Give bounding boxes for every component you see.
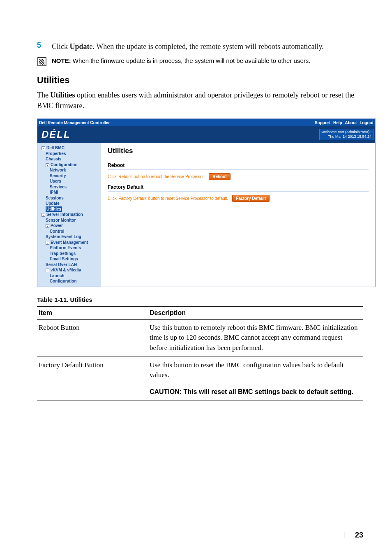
nav-trap-settings[interactable]: Trap Settings [39,251,99,257]
step-text-a: Click [52,42,70,51]
reboot-button[interactable]: Reboot [209,173,230,180]
page-number: 23 [344,531,363,540]
embedded-screenshot: Dell Remote Management Controller Suppor… [37,118,376,287]
step-number: 5 [37,41,44,52]
nav-vkvm[interactable]: -vKVM & vMedia [39,267,99,273]
nav-configuration[interactable]: -Configuration [39,162,99,168]
reboot-row: Click 'Reboot' button to reboot the Serv… [108,173,369,180]
nav-launch[interactable]: Launch [39,273,99,279]
nav-security[interactable]: Security [39,173,99,179]
nav-platform-events[interactable]: Platform Events [39,245,99,251]
nav-utilities-selected: Utilities [46,206,62,212]
table-header-row: Item Description [37,306,363,319]
para-b: option enables users with administrator … [37,91,354,110]
note-icon [37,57,47,67]
nav-sessions[interactable]: Sessions [39,195,99,201]
nav-power-label: Power [51,223,63,228]
nav-update[interactable]: Update [39,201,99,206]
nav-network[interactable]: Network [39,167,99,173]
nav-root[interactable]: -Dell BMC [39,145,99,151]
factory-default-button[interactable]: Factory Default [232,195,270,202]
step-text: Click Update. When the update is complet… [52,41,324,52]
reboot-text: Click 'Reboot' button to reboot the Serv… [108,174,205,179]
table-row: Factory Default Button Use this button t… [37,357,363,384]
collapse-icon[interactable]: - [42,146,45,150]
nav-utilities[interactable]: Utilities [39,206,99,212]
shot-main: Utilities Reboot Click 'Reboot' button t… [101,143,375,287]
nav-chassis[interactable]: Chassis [39,156,99,162]
factory-default-row: Click 'Factory Default' button to reset … [108,195,369,202]
shot-brandbar: DÉLL Welcome root (Administrator) ! Thu … [37,126,375,143]
cell-item-0: Reboot Button [37,319,148,357]
shot-title: Dell Remote Management Controller [39,120,110,125]
th-item: Item [37,306,148,319]
factory-default-text: Click 'Factory Default' button to reset … [108,196,228,201]
nav-users[interactable]: Users [39,178,99,184]
table-row: Reboot Button Use this button to remotel… [37,319,363,357]
collapse-icon[interactable]: - [42,213,45,217]
nav-vkvm-label: vKVM & vMedia [51,268,81,272]
collapse-icon[interactable]: - [46,163,49,167]
nav-root-label: Dell BMC [46,146,65,150]
utilities-paragraph: The Utilities option enables users with … [37,90,363,111]
para-a: The [37,91,50,99]
nav-server-info[interactable]: -Server Information [39,212,99,218]
nav-event-mgmt[interactable]: -Event Management [39,240,99,246]
shot-topbar: Dell Remote Management Controller Suppor… [37,119,375,126]
welcome-line1: Welcome root (Administrator) ! [321,130,371,134]
link-help[interactable]: Help [333,120,342,125]
utilities-heading: Utilities [37,75,363,86]
note-text: When the firmware update is in process, … [71,57,311,64]
svg-rect-0 [38,58,46,66]
nav-ipmi[interactable]: IPMI [39,190,99,195]
table-caption: Table 1-11. Utilities [37,296,363,303]
nav-event-mgmt-label: Event Management [51,240,88,245]
page-bar-icon [344,532,344,538]
step-text-bold: Updat [70,42,90,51]
cell-empty [37,384,148,401]
link-logout[interactable]: Logout [360,120,374,125]
shot-nav: -Dell BMC Properties Chassis -Configurat… [37,143,101,287]
nav-power[interactable]: -Power [39,223,99,229]
caution-text: CAUTION: This will reset all BMC setting… [150,388,353,395]
nav-properties[interactable]: Properties [39,151,99,157]
step-row: 5 Click Update. When the update is compl… [37,41,363,52]
cell-caution: CAUTION: This will reset all BMC setting… [148,384,363,401]
cell-desc-0: Use this button to remotely reboot this … [148,319,363,357]
link-about[interactable]: About [345,120,357,125]
cell-desc-1: Use this button to reset the BMC configu… [148,357,363,384]
collapse-icon[interactable]: - [46,241,49,245]
note-row: NOTE: When the firmware update is in pro… [37,57,363,67]
cell-item-1: Factory Default Button [37,357,148,384]
collapse-icon[interactable]: - [46,224,49,228]
nav-control[interactable]: Control [39,229,99,234]
factory-default-heading: Factory Default [108,184,369,192]
nav-configuration-label: Configuration [51,162,78,167]
welcome-box: Welcome root (Administrator) ! Thu Mar 1… [319,129,374,140]
note-label: NOTE: [52,57,71,64]
nav-services[interactable]: Services [39,184,99,190]
welcome-line2: Thu Mar 14 2013 15:54:24 [321,134,371,139]
nav-sys-event-log[interactable]: System Event Log [39,234,99,240]
dell-logo: DÉLL [42,129,71,140]
nav-serial-over-lan[interactable]: Serial Over LAN [39,262,99,268]
nav-sensor-monitor[interactable]: Sensor Monitor [39,218,99,223]
th-description: Description [148,306,363,319]
reboot-heading: Reboot [108,162,369,170]
collapse-icon[interactable]: - [46,269,49,272]
nav-config2[interactable]: Configuration [39,278,99,284]
nav-server-info-label: Server Information [46,212,83,217]
shot-body: -Dell BMC Properties Chassis -Configurat… [37,143,375,287]
table-row: CAUTION: This will reset all BMC setting… [37,384,363,401]
utilities-table: Item Description Reboot Button Use this … [37,306,363,401]
para-bold: Utilities [50,91,75,99]
page-number-value: 23 [355,531,363,539]
link-support[interactable]: Support [315,120,330,125]
note-body: NOTE: When the firmware update is in pro… [52,57,310,65]
nav-email-settings[interactable]: Email Settings [39,256,99,262]
shot-top-links: Support Help About Logout [313,120,374,125]
shot-main-title: Utilities [108,147,369,155]
step-text-b: e. When the update is completed, the rem… [90,42,324,51]
